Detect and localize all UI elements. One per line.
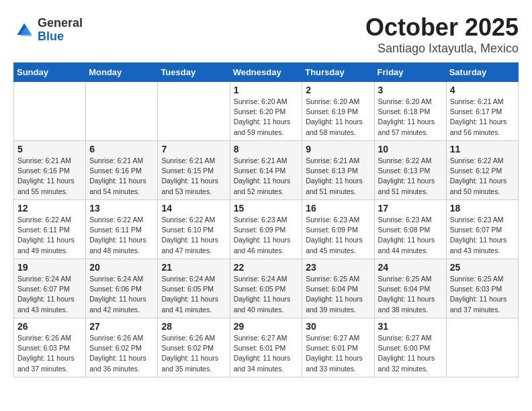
calendar-cell: 2Sunrise: 6:20 AM Sunset: 6:19 PM Daylig…	[302, 82, 374, 141]
day-number: 9	[306, 144, 370, 154]
calendar-cell: 21Sunrise: 6:24 AM Sunset: 6:05 PM Dayli…	[158, 259, 230, 318]
day-number: 1	[234, 85, 299, 95]
logo-blue: Blue	[38, 30, 83, 44]
calendar-cell: 5Sunrise: 6:21 AM Sunset: 6:16 PM Daylig…	[14, 141, 86, 200]
day-number: 13	[89, 203, 154, 214]
calendar-week-1: 1Sunrise: 6:20 AM Sunset: 6:20 PM Daylig…	[14, 82, 519, 141]
day-number: 26	[17, 321, 82, 332]
day-number: 7	[161, 144, 226, 154]
calendar-cell: 8Sunrise: 6:21 AM Sunset: 6:14 PM Daylig…	[230, 141, 302, 200]
day-number: 10	[378, 144, 443, 154]
day-number: 17	[378, 203, 443, 214]
header-row: SundayMondayTuesdayWednesdayThursdayFrid…	[14, 63, 519, 82]
day-info: Sunrise: 6:20 AM Sunset: 6:18 PM Dayligh…	[378, 97, 443, 138]
logo-general: General	[38, 17, 83, 30]
day-info: Sunrise: 6:27 AM Sunset: 6:01 PM Dayligh…	[234, 333, 299, 374]
logo-icon	[15, 21, 34, 40]
calendar-cell: 4Sunrise: 6:21 AM Sunset: 6:17 PM Daylig…	[446, 82, 518, 141]
day-number: 3	[378, 85, 443, 95]
calendar-cell: 23Sunrise: 6:25 AM Sunset: 6:04 PM Dayli…	[302, 259, 374, 318]
calendar-cell: 15Sunrise: 6:23 AM Sunset: 6:09 PM Dayli…	[230, 200, 302, 259]
day-of-week-thursday: Thursday	[302, 63, 374, 82]
calendar-week-3: 12Sunrise: 6:22 AM Sunset: 6:11 PM Dayli…	[14, 200, 519, 259]
day-of-week-wednesday: Wednesday	[230, 63, 302, 82]
calendar: SundayMondayTuesdayWednesdayThursdayFrid…	[13, 62, 519, 377]
day-of-week-sunday: Sunday	[14, 63, 86, 82]
day-info: Sunrise: 6:20 AM Sunset: 6:19 PM Dayligh…	[306, 97, 370, 138]
calendar-cell	[158, 82, 230, 141]
calendar-cell: 28Sunrise: 6:26 AM Sunset: 6:02 PM Dayli…	[158, 318, 230, 377]
calendar-cell	[14, 82, 86, 141]
logo: General Blue	[13, 17, 83, 44]
calendar-week-4: 19Sunrise: 6:24 AM Sunset: 6:07 PM Dayli…	[14, 259, 519, 318]
calendar-cell: 30Sunrise: 6:27 AM Sunset: 6:01 PM Dayli…	[302, 318, 374, 377]
day-number: 12	[17, 203, 82, 214]
calendar-cell: 9Sunrise: 6:21 AM Sunset: 6:13 PM Daylig…	[302, 141, 374, 200]
day-info: Sunrise: 6:24 AM Sunset: 6:06 PM Dayligh…	[89, 274, 154, 315]
calendar-cell: 16Sunrise: 6:23 AM Sunset: 6:09 PM Dayli…	[302, 200, 374, 259]
day-number: 23	[306, 262, 370, 273]
calendar-cell: 1Sunrise: 6:20 AM Sunset: 6:20 PM Daylig…	[230, 82, 302, 141]
calendar-week-2: 5Sunrise: 6:21 AM Sunset: 6:16 PM Daylig…	[14, 141, 519, 200]
calendar-header: SundayMondayTuesdayWednesdayThursdayFrid…	[14, 63, 519, 82]
day-number: 19	[17, 262, 82, 273]
day-number: 2	[306, 85, 370, 95]
day-info: Sunrise: 6:22 AM Sunset: 6:11 PM Dayligh…	[17, 215, 82, 256]
day-info: Sunrise: 6:22 AM Sunset: 6:11 PM Dayligh…	[89, 215, 154, 256]
day-number: 27	[89, 321, 154, 332]
calendar-cell	[446, 318, 518, 377]
day-info: Sunrise: 6:22 AM Sunset: 6:12 PM Dayligh…	[450, 156, 515, 197]
calendar-cell: 20Sunrise: 6:24 AM Sunset: 6:06 PM Dayli…	[86, 259, 158, 318]
day-number: 18	[450, 203, 515, 214]
calendar-cell: 27Sunrise: 6:26 AM Sunset: 6:02 PM Dayli…	[86, 318, 158, 377]
day-info: Sunrise: 6:21 AM Sunset: 6:14 PM Dayligh…	[234, 156, 299, 197]
calendar-cell: 13Sunrise: 6:22 AM Sunset: 6:11 PM Dayli…	[86, 200, 158, 259]
day-info: Sunrise: 6:26 AM Sunset: 6:03 PM Dayligh…	[17, 333, 82, 374]
day-info: Sunrise: 6:21 AM Sunset: 6:13 PM Dayligh…	[306, 156, 370, 197]
calendar-cell: 10Sunrise: 6:22 AM Sunset: 6:13 PM Dayli…	[374, 141, 446, 200]
day-of-week-tuesday: Tuesday	[158, 63, 230, 82]
title-section: October 2025 Santiago Ixtayutla, Mexico	[365, 13, 519, 56]
day-info: Sunrise: 6:26 AM Sunset: 6:02 PM Dayligh…	[89, 333, 154, 374]
calendar-cell: 22Sunrise: 6:24 AM Sunset: 6:05 PM Dayli…	[230, 259, 302, 318]
day-info: Sunrise: 6:24 AM Sunset: 6:07 PM Dayligh…	[17, 274, 82, 315]
calendar-body: 1Sunrise: 6:20 AM Sunset: 6:20 PM Daylig…	[14, 82, 519, 377]
day-info: Sunrise: 6:20 AM Sunset: 6:20 PM Dayligh…	[234, 97, 299, 138]
day-number: 20	[89, 262, 154, 273]
day-info: Sunrise: 6:23 AM Sunset: 6:09 PM Dayligh…	[306, 215, 370, 256]
day-info: Sunrise: 6:22 AM Sunset: 6:13 PM Dayligh…	[378, 156, 443, 197]
day-info: Sunrise: 6:24 AM Sunset: 6:05 PM Dayligh…	[234, 274, 299, 315]
day-of-week-friday: Friday	[374, 63, 446, 82]
calendar-cell: 24Sunrise: 6:25 AM Sunset: 6:04 PM Dayli…	[374, 259, 446, 318]
day-info: Sunrise: 6:25 AM Sunset: 6:04 PM Dayligh…	[306, 274, 370, 315]
calendar-cell: 17Sunrise: 6:23 AM Sunset: 6:08 PM Dayli…	[374, 200, 446, 259]
day-of-week-saturday: Saturday	[446, 63, 518, 82]
day-number: 24	[378, 262, 443, 273]
day-number: 14	[161, 203, 226, 214]
day-info: Sunrise: 6:21 AM Sunset: 6:16 PM Dayligh…	[17, 156, 82, 197]
day-number: 16	[306, 203, 370, 214]
day-number: 22	[234, 262, 299, 273]
day-info: Sunrise: 6:23 AM Sunset: 6:08 PM Dayligh…	[378, 215, 443, 256]
day-number: 15	[234, 203, 299, 214]
calendar-week-5: 26Sunrise: 6:26 AM Sunset: 6:03 PM Dayli…	[14, 318, 519, 377]
day-info: Sunrise: 6:25 AM Sunset: 6:03 PM Dayligh…	[450, 274, 515, 315]
day-info: Sunrise: 6:22 AM Sunset: 6:10 PM Dayligh…	[161, 215, 226, 256]
day-info: Sunrise: 6:25 AM Sunset: 6:04 PM Dayligh…	[378, 274, 443, 315]
day-info: Sunrise: 6:24 AM Sunset: 6:05 PM Dayligh…	[161, 274, 226, 315]
logo-text: General Blue	[38, 17, 83, 44]
calendar-cell: 18Sunrise: 6:23 AM Sunset: 6:07 PM Dayli…	[446, 200, 518, 259]
calendar-cell: 31Sunrise: 6:27 AM Sunset: 6:00 PM Dayli…	[374, 318, 446, 377]
day-number: 31	[378, 321, 443, 332]
day-number: 5	[17, 144, 82, 154]
day-info: Sunrise: 6:21 AM Sunset: 6:16 PM Dayligh…	[89, 156, 154, 197]
location-title: Santiago Ixtayutla, Mexico	[365, 42, 519, 56]
calendar-cell: 25Sunrise: 6:25 AM Sunset: 6:03 PM Dayli…	[446, 259, 518, 318]
day-info: Sunrise: 6:26 AM Sunset: 6:02 PM Dayligh…	[161, 333, 226, 374]
day-info: Sunrise: 6:23 AM Sunset: 6:07 PM Dayligh…	[450, 215, 515, 256]
day-number: 28	[161, 321, 226, 332]
day-info: Sunrise: 6:21 AM Sunset: 6:17 PM Dayligh…	[450, 97, 515, 138]
day-number: 11	[450, 144, 515, 154]
day-number: 29	[234, 321, 299, 332]
calendar-cell: 19Sunrise: 6:24 AM Sunset: 6:07 PM Dayli…	[14, 259, 86, 318]
